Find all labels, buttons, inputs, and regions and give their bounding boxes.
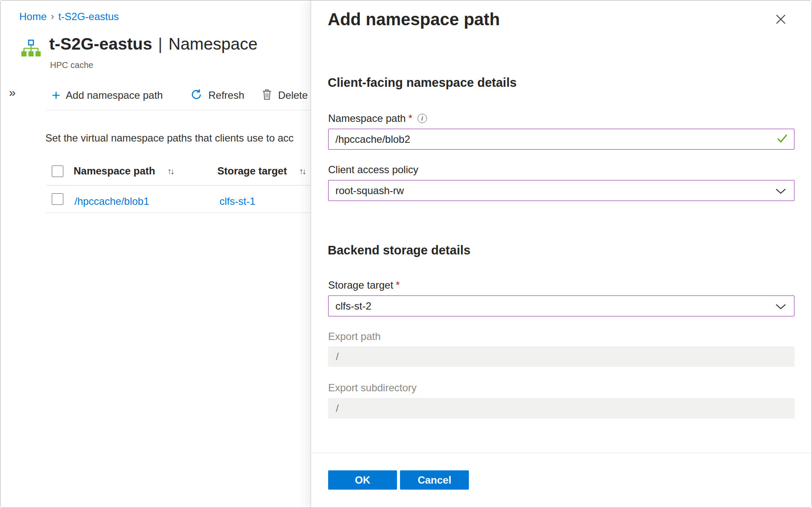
storage-target-link[interactable]: clfs-st-1: [219, 195, 255, 207]
export-path-label: Export path: [328, 331, 381, 343]
storage-target-value: clfs-st-2: [335, 300, 775, 312]
column-header-storage-target[interactable]: Storage target: [217, 165, 287, 177]
namespace-blade: Home › t-S2G-eastus t-S2G-eastus|Namespa…: [0, 0, 311, 508]
breadcrumb-home-link[interactable]: Home: [19, 11, 47, 23]
valid-check-icon: [776, 133, 788, 146]
panel-footer-divider: [311, 453, 812, 453]
refresh-button[interactable]: Refresh: [190, 85, 244, 106]
resource-type-label: HPC cache: [50, 60, 93, 70]
info-icon[interactable]: i: [418, 114, 427, 123]
close-panel-button[interactable]: [773, 12, 788, 27]
storage-target-label: Storage target *: [328, 279, 400, 291]
blade-name: Namespace: [169, 35, 258, 53]
section-backend-storage: Backend storage details: [328, 243, 471, 257]
namespace-path-link[interactable]: /hpccache/blob1: [74, 195, 149, 207]
refresh-icon: [190, 88, 203, 103]
select-all-checkbox[interactable]: [52, 165, 63, 177]
close-icon: [774, 12, 788, 26]
required-marker: *: [408, 112, 412, 124]
client-access-policy-value: root-squash-rw: [335, 185, 775, 197]
ok-button[interactable]: OK: [328, 470, 397, 490]
required-marker: *: [396, 279, 400, 291]
trash-icon: [261, 89, 273, 102]
panel-title: Add namespace path: [328, 10, 500, 29]
add-namespace-path-button[interactable]: + Add namespace path: [52, 85, 163, 106]
namespace-path-field: [328, 129, 794, 150]
chevron-down-icon: [775, 300, 786, 312]
command-bar: + Add namespace path Refresh: [0, 85, 311, 106]
sort-icon: ↑↓: [299, 166, 305, 176]
row-checkbox[interactable]: [52, 193, 63, 205]
command-bar-divider: [46, 110, 311, 110]
namespace-path-input[interactable]: [335, 133, 776, 145]
export-subdirectory-value: /: [336, 402, 339, 414]
page-title: t-S2G-eastus|Namespace: [49, 35, 258, 53]
breadcrumb: Home › t-S2G-eastus: [19, 11, 119, 23]
export-path-field: /: [328, 346, 794, 367]
column-header-namespace-path[interactable]: Namespace path: [74, 165, 155, 177]
storage-target-dropdown[interactable]: clfs-st-2: [328, 295, 794, 316]
namespace-path-label: Namespace path * i: [328, 112, 427, 124]
breadcrumb-current-link[interactable]: t-S2G-eastus: [58, 11, 119, 23]
blade-description: Set the virtual namespace paths that cli…: [45, 132, 293, 144]
add-namespace-path-panel: Add namespace path Client-facing namespa…: [311, 0, 812, 508]
chevron-down-icon: [775, 185, 786, 197]
export-subdirectory-field: /: [328, 398, 794, 419]
plus-icon: +: [52, 88, 60, 102]
table-row-divider: [46, 213, 311, 213]
export-path-value: /: [336, 351, 339, 363]
table-header-divider: [46, 185, 311, 186]
azure-portal-screen: Home › t-S2G-eastus t-S2G-eastus|Namespa…: [0, 0, 812, 508]
section-client-facing: Client-facing namespace details: [328, 76, 517, 90]
client-access-policy-dropdown[interactable]: root-squash-rw: [328, 180, 794, 201]
resource-name: t-S2G-eastus: [49, 35, 152, 53]
breadcrumb-separator-icon: ›: [51, 11, 54, 22]
delete-button[interactable]: Delete: [261, 85, 308, 106]
sort-icon: ↑↓: [167, 166, 173, 176]
hpc-cache-icon: [20, 39, 41, 60]
cancel-button[interactable]: Cancel: [400, 470, 469, 490]
export-subdirectory-label: Export subdirectory: [328, 382, 417, 394]
client-access-policy-label: Client access policy: [328, 164, 418, 176]
title-divider: |: [158, 35, 163, 53]
